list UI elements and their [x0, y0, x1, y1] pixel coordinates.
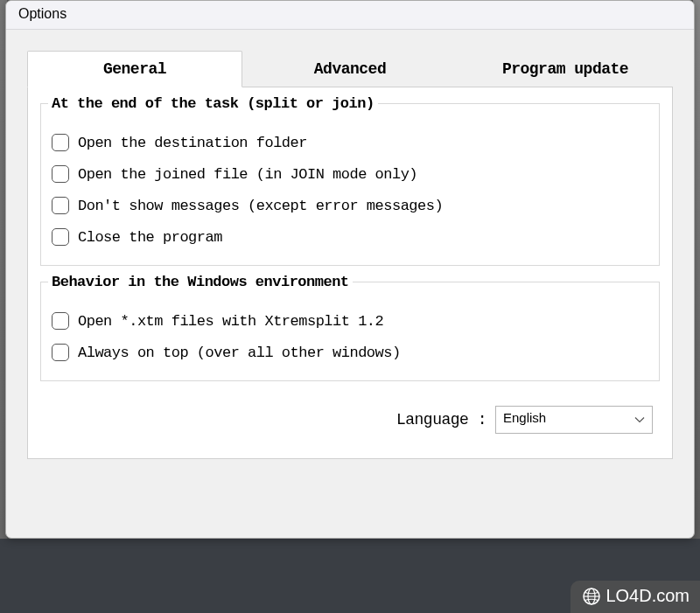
tab-panel-general: At the end of the task (split or join) O… [27, 87, 673, 459]
checkbox-label: Don't show messages (except error messag… [78, 198, 443, 214]
checkbox-dont-show-messages[interactable] [52, 197, 69, 214]
language-label: Language : [396, 411, 486, 428]
options-window: Options General Advanced Program update … [5, 0, 695, 539]
chevron-down-icon [634, 416, 645, 423]
checkbox-label: Close the program [78, 229, 222, 246]
checkbox-label: Open the destination folder [78, 135, 307, 151]
globe-icon [583, 588, 600, 605]
option-open-xtm-files: Open *.xtm files with Xtremsplit 1.2 [52, 305, 648, 337]
tab-advanced[interactable]: Advanced [242, 51, 458, 87]
option-dont-show-messages: Don't show messages (except error messag… [52, 190, 648, 221]
group-behavior-windows: Behavior in the Windows environment Open… [40, 282, 660, 381]
option-close-program: Close the program [52, 221, 648, 253]
window-content: General Advanced Program update At the e… [6, 30, 694, 473]
checkbox-label: Open the joined file (in JOIN mode only) [78, 166, 417, 183]
checkbox-always-on-top[interactable] [52, 344, 69, 361]
group-end-of-task: At the end of the task (split or join) O… [40, 103, 660, 266]
group-title: At the end of the task (split or join) [48, 95, 378, 112]
window-title: Options [6, 1, 694, 30]
language-row: Language : English [40, 397, 660, 434]
checkbox-label: Open *.xtm files with Xtremsplit 1.2 [78, 313, 383, 330]
watermark-text: LO4D.com [606, 586, 690, 606]
language-value: English [503, 410, 546, 425]
tab-general[interactable]: General [27, 51, 242, 87]
option-open-joined-file: Open the joined file (in JOIN mode only) [52, 158, 648, 190]
checkbox-open-joined-file[interactable] [52, 165, 69, 183]
checkbox-close-program[interactable] [52, 228, 69, 246]
watermark: LO4D.com [570, 581, 700, 613]
option-always-on-top: Always on top (over all other windows) [52, 337, 648, 368]
checkbox-open-destination[interactable] [52, 134, 69, 151]
option-open-destination: Open the destination folder [52, 127, 648, 158]
checkbox-label: Always on top (over all other windows) [78, 345, 401, 361]
language-select[interactable]: English [495, 406, 653, 434]
checkbox-open-xtm-files[interactable] [52, 312, 69, 330]
tab-bar: General Advanced Program update [27, 51, 673, 87]
tab-program-update[interactable]: Program update [458, 51, 673, 87]
group-title: Behavior in the Windows environment [48, 274, 353, 290]
